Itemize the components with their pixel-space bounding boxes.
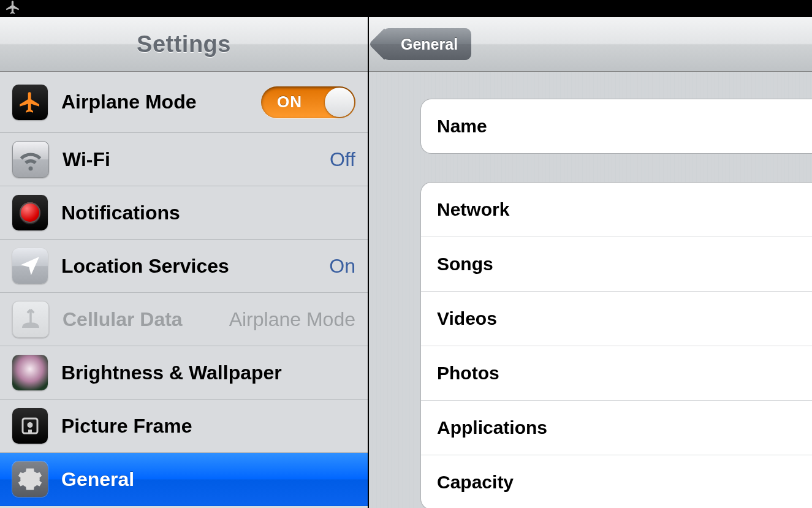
toggle-knob	[325, 88, 354, 117]
toggle-on-text: ON	[277, 93, 302, 112]
sidebar-item-wifi[interactable]: Wi-Fi Off	[0, 133, 368, 186]
sidebar-item-brightness-wallpaper[interactable]: Brightness & Wallpaper	[0, 346, 368, 400]
detail-pane: General Name Network Songs Videos Photos…	[369, 17, 812, 508]
sidebar-title: Settings	[0, 31, 368, 58]
sidebar-item-location-services[interactable]: Location Services On	[0, 240, 368, 293]
detail-body: Name Network Songs Videos Photos Applica…	[369, 72, 812, 508]
sidebar-item-value: Airplane Mode	[229, 308, 355, 331]
airplane-icon	[5, 0, 21, 18]
gear-icon	[12, 461, 48, 497]
detail-cell-name[interactable]: Name	[421, 99, 812, 153]
detail-cell-network[interactable]: Network	[421, 183, 812, 237]
sidebar-item-label: Picture Frame	[61, 415, 355, 438]
back-button-general[interactable]: General	[382, 28, 471, 60]
detail-cell-photos[interactable]: Photos	[421, 346, 812, 401]
sidebar-item-cellular-data: Cellular Data Airplane Mode	[0, 293, 368, 346]
sidebar-item-label: General	[61, 468, 355, 491]
location-icon	[12, 248, 48, 284]
detail-cell-capacity[interactable]: Capacity	[421, 455, 812, 508]
picture-frame-icon	[12, 408, 48, 444]
detail-group-name: Name	[420, 99, 812, 154]
sidebar-item-general[interactable]: General	[0, 453, 368, 506]
sidebar-item-label: Airplane Mode	[61, 91, 248, 113]
airplane-mode-toggle[interactable]: ON	[261, 86, 355, 118]
sidebar-item-value: Off	[330, 148, 355, 171]
sidebar-item-label: Notifications	[61, 202, 355, 224]
settings-sidebar: Settings Airplane Mode ON Wi-Fi Off	[0, 17, 369, 508]
svg-point-1	[28, 422, 33, 428]
back-button-label: General	[401, 36, 458, 53]
sidebar-item-airplane-mode[interactable]: Airplane Mode ON	[0, 72, 368, 133]
brightness-icon	[12, 355, 48, 390]
airplane-icon	[12, 85, 48, 120]
detail-cell-applications[interactable]: Applications	[421, 401, 812, 455]
detail-navbar: General	[369, 17, 812, 72]
sidebar-item-value: On	[329, 255, 355, 278]
sidebar-navbar: Settings	[0, 17, 368, 72]
sidebar-item-label: Cellular Data	[63, 308, 216, 331]
notifications-icon	[12, 195, 48, 230]
detail-cell-videos[interactable]: Videos	[421, 292, 812, 346]
sidebar-item-notifications[interactable]: Notifications	[0, 186, 368, 240]
wifi-icon	[12, 141, 49, 178]
sidebar-item-picture-frame[interactable]: Picture Frame	[0, 400, 368, 453]
sidebar-item-label: Wi-Fi	[63, 148, 316, 171]
detail-cell-songs[interactable]: Songs	[421, 237, 812, 292]
sidebar-rows: Airplane Mode ON Wi-Fi Off Notifications	[0, 72, 368, 508]
sidebar-item-label: Brightness & Wallpaper	[61, 362, 355, 384]
status-bar	[0, 0, 812, 17]
cellular-icon	[12, 301, 49, 338]
detail-group-info: Network Songs Videos Photos Applications…	[420, 182, 812, 508]
sidebar-item-label: Location Services	[61, 255, 316, 278]
